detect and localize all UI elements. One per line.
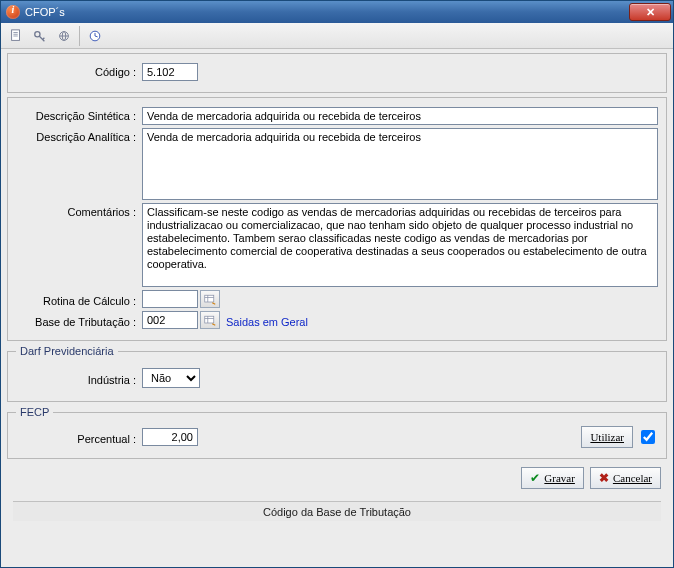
base-tributacao-input[interactable] — [142, 311, 198, 329]
codigo-panel: Código : — [7, 53, 667, 93]
toolbar-clock-button[interactable] — [84, 25, 106, 47]
key-icon — [33, 29, 47, 43]
codigo-input[interactable] — [142, 63, 198, 81]
search-icon — [204, 314, 216, 326]
status-text: Código da Base de Tributação — [263, 506, 411, 518]
app-icon — [6, 5, 20, 19]
toolbar — [1, 23, 673, 49]
statusbar: Código da Base de Tributação — [13, 501, 661, 521]
rotina-calculo-lookup-button[interactable] — [200, 290, 220, 308]
descricao-analitica-input[interactable]: Venda de mercadoria adquirida ou recebid… — [142, 128, 658, 200]
percentual-input[interactable] — [142, 428, 198, 446]
toolbar-globe-button[interactable] — [53, 25, 75, 47]
utilizar-checkbox[interactable] — [641, 430, 655, 444]
utilizar-label: Utilizar — [590, 431, 624, 443]
cancelar-label: Cancelar — [613, 472, 652, 484]
industria-label: Indústria : — [16, 371, 142, 386]
doc-icon — [9, 29, 23, 43]
close-button[interactable]: ✕ — [629, 3, 671, 21]
gravar-label: Gravar — [544, 472, 575, 484]
content: Código : Descrição Sintética : Descrição… — [1, 49, 673, 567]
utilizar-button[interactable]: Utilizar — [581, 426, 633, 448]
comentarios-label: Comentários : — [16, 203, 142, 218]
base-tributacao-display: Saidas em Geral — [226, 313, 308, 328]
descricao-sintetica-label: Descrição Sintética : — [16, 107, 142, 122]
darf-group: Darf Previdenciária Indústria : Não — [7, 345, 667, 402]
rotina-calculo-input[interactable] — [142, 290, 198, 308]
fecp-group: FECP Percentual : Utilizar — [7, 406, 667, 459]
comentarios-input[interactable]: Classificam-se neste codigo as vendas de… — [142, 203, 658, 287]
toolbar-doc-button[interactable] — [5, 25, 27, 47]
percentual-label: Percentual : — [16, 430, 142, 445]
industria-select[interactable]: Não — [142, 368, 200, 388]
rotina-calculo-label: Rotina de Cálculo : — [16, 292, 142, 307]
svg-rect-0 — [12, 29, 20, 40]
window: CFOP´s ✕ Código : Descrição Sintét — [0, 0, 674, 568]
toolbar-key-button[interactable] — [29, 25, 51, 47]
base-tributacao-lookup-button[interactable] — [200, 311, 220, 329]
descricao-analitica-label: Descrição Analítica : — [16, 128, 142, 143]
search-icon — [204, 293, 216, 305]
base-tributacao-label: Base de Tributação : — [16, 313, 142, 328]
bottom-buttons: ✔ Gravar ✖ Cancelar — [7, 463, 667, 493]
x-icon: ✖ — [599, 471, 609, 486]
gravar-button[interactable]: ✔ Gravar — [521, 467, 584, 489]
globe-icon — [57, 29, 71, 43]
titlebar: CFOP´s ✕ — [1, 1, 673, 23]
main-panel: Descrição Sintética : Descrição Analític… — [7, 97, 667, 341]
close-icon: ✕ — [646, 6, 655, 19]
darf-legend: Darf Previdenciária — [16, 345, 118, 357]
svg-rect-13 — [205, 295, 214, 302]
fecp-legend: FECP — [16, 406, 53, 418]
svg-line-6 — [43, 37, 45, 39]
clock-icon — [88, 29, 102, 43]
svg-rect-16 — [205, 316, 214, 323]
window-title: CFOP´s — [25, 6, 629, 18]
cancelar-button[interactable]: ✖ Cancelar — [590, 467, 661, 489]
check-icon: ✔ — [530, 471, 540, 486]
codigo-label: Código : — [16, 63, 142, 78]
descricao-sintetica-input[interactable] — [142, 107, 658, 125]
toolbar-separator — [79, 26, 80, 46]
